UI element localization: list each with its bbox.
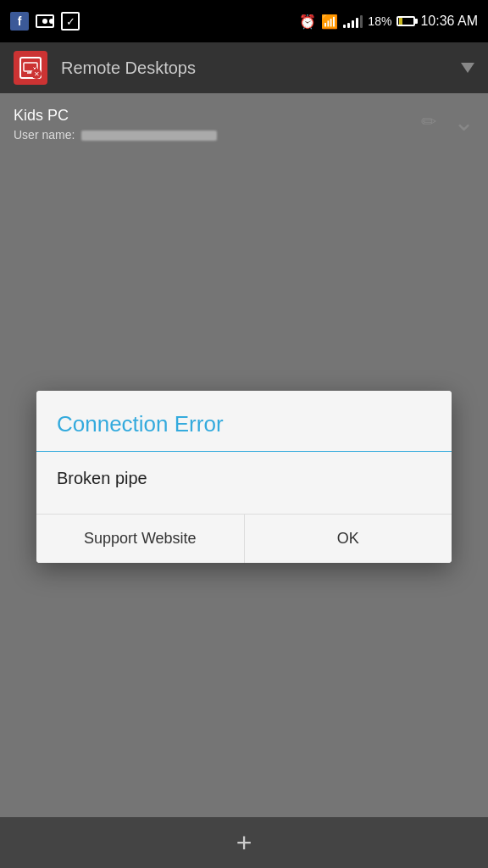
pc-info: Kids PC User name: [14, 107, 421, 142]
dialog-button-row: Support Website OK [36, 514, 452, 563]
signal-icon [343, 14, 363, 28]
pc-actions: ✏ ⌄ [421, 107, 474, 136]
status-bar-right: ⏰ 📶 18% 10:36 AM [299, 14, 478, 30]
dialog-title-section: Connection Error [36, 391, 452, 451]
check-icon: ✓ [61, 12, 80, 31]
username-label: User name: [14, 128, 75, 142]
dropdown-arrow-icon [461, 63, 474, 73]
edit-icon[interactable]: ✏ [421, 111, 436, 133]
app-bar: Remote Desktops [0, 42, 488, 93]
app-title: Remote Desktops [61, 58, 196, 78]
support-website-button[interactable]: Support Website [36, 515, 245, 563]
dialog-backdrop: Connection Error Broken pipe Support Web… [0, 186, 488, 766]
pc-username-row: User name: [14, 128, 421, 142]
pc-name: Kids PC [14, 107, 421, 125]
wifi-icon: 📶 [321, 14, 338, 30]
content-area: Kids PC User name: ✏ ⌄ Connection Error … [0, 93, 488, 817]
dialog-title: Connection Error [57, 411, 431, 437]
cassette-icon [36, 14, 54, 28]
chevron-down-icon[interactable]: ⌄ [453, 107, 474, 136]
dialog-message: Broken pipe [57, 469, 431, 488]
ok-button[interactable]: OK [245, 515, 452, 563]
connection-error-dialog: Connection Error Broken pipe Support Web… [36, 391, 452, 563]
facebook-icon: f [10, 12, 29, 31]
time-display: 10:36 AM [420, 14, 478, 29]
remote-desktop-icon [19, 57, 42, 79]
status-bar-left: f ✓ [10, 12, 80, 31]
bottom-bar: + [0, 817, 488, 868]
pc-entry[interactable]: Kids PC User name: ✏ ⌄ [0, 93, 488, 155]
battery-percentage: 18% [368, 14, 391, 28]
dialog-body: Broken pipe [36, 452, 452, 514]
add-button[interactable]: + [236, 829, 252, 856]
svg-point-3 [32, 66, 37, 71]
alarm-icon: ⏰ [299, 14, 316, 30]
battery-icon [396, 16, 415, 26]
username-value-blurred [81, 131, 217, 141]
status-bar: f ✓ ⏰ 📶 18% 10:36 AM [0, 0, 488, 42]
app-icon [14, 51, 47, 85]
